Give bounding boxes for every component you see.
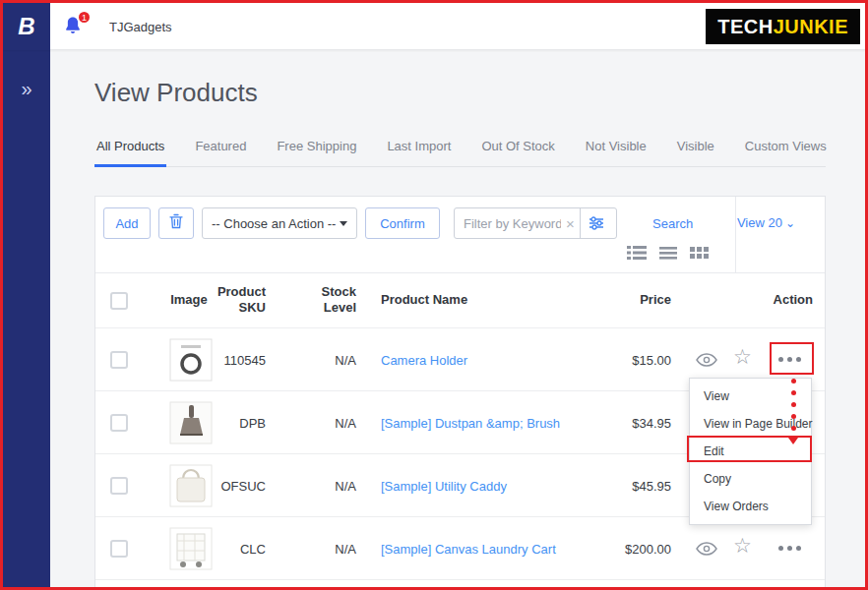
view-tabs: All Products Featured Free Shipping Last… [94,139,826,167]
row-actions-ellipsis[interactable] [778,546,801,551]
menu-item-view-in-page-builder[interactable]: View in Page Builder [690,410,811,438]
layout-toggles [627,245,709,261]
action-select-value: -- Choose an Action -- [212,216,336,231]
column-action: Action [734,292,813,308]
keyword-filter-group: × [454,207,617,239]
search-link[interactable]: Search [652,216,693,231]
product-sku: CLC [202,542,266,557]
visibility-eye-icon[interactable] [696,353,717,371]
bell-icon [62,23,84,39]
confirm-button[interactable]: Confirm [365,207,440,239]
chevron-down-icon: ⌄ [785,216,795,230]
product-name-link[interactable]: [Sample] Dustpan &amp; Brush [381,416,560,431]
row-checkbox[interactable] [110,477,128,495]
clear-filter-icon[interactable]: × [561,215,580,232]
product-sku: 110545 [202,353,266,368]
menu-item-copy[interactable]: Copy [690,465,811,493]
column-name: Product Name [381,292,467,308]
product-name-link[interactable]: [Sample] Canvas Laundry Cart [381,542,556,557]
row-checkbox[interactable] [110,540,128,558]
product-price: $45.95 [588,479,671,494]
stock-level: N/A [305,479,356,494]
table-row: CLC N/A [Sample] Canvas Laundry Cart $20… [95,517,825,580]
action-select[interactable]: -- Choose an Action -- [202,207,357,239]
tab-not-visible[interactable]: Not Visible [584,139,649,166]
visibility-eye-icon[interactable] [696,542,717,560]
detail-list-view-icon[interactable] [627,245,647,261]
list-view-icon[interactable] [659,245,677,261]
stock-level: N/A [305,416,356,431]
toolbar: Add -- Choose an Action -- Confirm × [103,207,693,239]
sidebar: » [3,50,50,587]
toolbar-vertical-divider [735,197,736,272]
product-sku: DPB [202,416,266,431]
row-checkbox[interactable] [110,351,128,369]
notifications-bell-button[interactable]: 1 [62,15,86,38]
notification-badge: 1 [77,10,92,25]
menu-item-edit[interactable]: Edit [690,438,811,465]
menu-item-view-orders[interactable]: View Orders [690,493,811,520]
grid-view-icon[interactable] [690,245,709,261]
store-name: TJGadgets [109,20,172,34]
tab-custom-views[interactable]: Custom Views [743,139,829,166]
add-button[interactable]: Add [103,207,151,239]
stock-level: N/A [305,353,356,368]
menu-item-view[interactable]: View [690,383,811,410]
product-price: $15.00 [588,353,671,368]
page-title: View Products [94,78,258,108]
product-name-link[interactable]: Camera Holder [381,353,467,368]
column-price: Price [588,292,671,308]
product-price: $200.00 [588,542,671,557]
keyword-filter-input[interactable] [455,216,561,231]
advanced-filter-icon[interactable] [581,208,612,238]
featured-star-icon[interactable]: ☆ [733,345,752,369]
product-sku: OFSUC [202,479,266,494]
stock-level: N/A [305,542,356,557]
view-count-label: View 20 [737,215,782,230]
sidebar-expand-icon[interactable]: » [3,78,50,100]
top-bar: B 1 TJGadgets TECHJUNKIE [3,3,865,50]
column-sku: Product SKU [212,284,266,316]
techjunkie-logo: TECHJUNKIE [706,9,860,44]
tab-featured[interactable]: Featured [193,139,248,166]
select-all-checkbox[interactable] [110,292,128,310]
row-actions-ellipsis[interactable] [778,357,801,362]
view-count-dropdown[interactable]: View 20⌄ [737,215,795,230]
delete-button[interactable] [158,207,194,239]
row-checkbox[interactable] [110,414,128,432]
tab-visible[interactable]: Visible [675,139,716,166]
tab-all-products[interactable]: All Products [94,139,166,166]
brand-junkie: JUNKIE [774,16,848,38]
tab-last-import[interactable]: Last Import [385,139,453,166]
select-caret-icon [340,221,347,226]
row-actions-menu: View View in Page Builder Edit Copy View… [689,378,812,525]
trash-icon [169,213,183,233]
main-content: View Products All Products Featured Free… [50,50,865,587]
screenshot-frame: B 1 TJGadgets TECHJUNKIE » View Products… [0,0,868,590]
featured-star-icon[interactable]: ☆ [733,534,752,558]
product-price: $34.95 [588,416,671,431]
column-stock: Stock Level [305,284,356,316]
brand-tech: TECH [717,16,773,38]
tab-out-of-stock[interactable]: Out Of Stock [479,139,556,166]
table-header: Image Product SKU Stock Level Product Na… [95,273,825,328]
bigcommerce-logo[interactable]: B [3,3,50,50]
tab-free-shipping[interactable]: Free Shipping [275,139,358,166]
logo-letter: B [18,13,34,40]
product-name-link[interactable]: [Sample] Utility Caddy [381,479,507,494]
